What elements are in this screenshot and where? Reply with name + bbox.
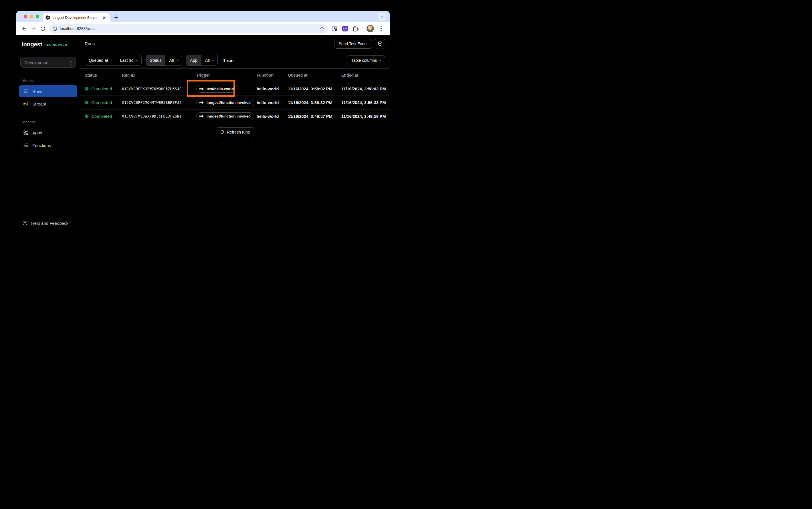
logo-row: inngest DEV SERVER bbox=[16, 41, 80, 48]
column-header-run-id: Run ID bbox=[117, 73, 192, 77]
tab-close-icon[interactable] bbox=[102, 15, 107, 20]
trigger-badge[interactable]: inngest/function.invoked bbox=[196, 99, 254, 106]
status-dot-completed bbox=[85, 114, 89, 118]
function-name[interactable]: hello-world bbox=[252, 114, 283, 119]
refresh-area: Refresh runs bbox=[80, 123, 390, 137]
address-bar[interactable]: localhost:8288/runs bbox=[49, 24, 328, 33]
select-chevrons-icon bbox=[70, 61, 72, 64]
extensions-puzzle-icon[interactable] bbox=[352, 26, 359, 32]
browser-tab[interactable]: Inngest Development Server bbox=[43, 13, 109, 22]
column-header-function: Function bbox=[252, 73, 283, 77]
event-icon bbox=[199, 87, 204, 91]
time-filter-group: Queued at Last 3d bbox=[85, 55, 142, 66]
chevron-down-icon bbox=[381, 14, 383, 18]
reload-button[interactable] bbox=[38, 24, 47, 33]
help-icon bbox=[22, 220, 28, 226]
back-arrow-icon bbox=[22, 26, 27, 31]
sidebar-item-stream[interactable]: Stream bbox=[19, 98, 77, 110]
settings-button[interactable] bbox=[375, 39, 385, 49]
run-id[interactable]: 01JCVC6PF2MQNMTWE95BBRZPJ2 bbox=[117, 100, 192, 105]
runs-page: Runs Send Test Event Queued at bbox=[80, 35, 390, 233]
inngest-favicon-icon bbox=[45, 15, 50, 20]
table-columns-button[interactable]: Table columns bbox=[347, 56, 385, 65]
gear-icon bbox=[378, 41, 383, 46]
close-window-button[interactable] bbox=[24, 14, 27, 18]
help-and-feedback[interactable]: Help and Feedback bbox=[16, 214, 80, 233]
function-name[interactable]: hello-world bbox=[252, 87, 283, 91]
trigger-name: inngest/function.invoked bbox=[206, 114, 251, 118]
purple-extension-icon[interactable] bbox=[342, 25, 349, 32]
column-header-status: Status bbox=[80, 73, 117, 77]
inngest-app: inngest DEV SERVER Development Monitor R… bbox=[16, 35, 390, 233]
back-button[interactable] bbox=[20, 24, 29, 33]
status-text: Completed bbox=[91, 114, 112, 119]
maximize-window-button[interactable] bbox=[36, 14, 39, 18]
refresh-runs-label: Refresh runs bbox=[227, 130, 250, 134]
nav-section-manage: Manage bbox=[16, 118, 80, 126]
sidebar-item-functions[interactable]: Functions bbox=[19, 139, 77, 151]
window-controls bbox=[24, 14, 39, 18]
stream-icon bbox=[23, 101, 29, 107]
queued-at-time: 11/16/2024, 3:58:02 PM bbox=[283, 87, 337, 91]
browser-menu-button[interactable] bbox=[378, 25, 385, 32]
site-info-icon[interactable] bbox=[52, 26, 57, 31]
trigger-badge[interactable]: inngest/function.invoked bbox=[196, 112, 254, 120]
time-field-filter[interactable]: Queued at bbox=[85, 55, 116, 66]
sidebar-item-apps[interactable]: Apps bbox=[19, 127, 77, 139]
new-tab-button[interactable] bbox=[112, 14, 120, 21]
reload-icon bbox=[40, 26, 45, 31]
password-manager-extension-icon[interactable] bbox=[331, 25, 338, 32]
chevron-down-icon bbox=[176, 59, 178, 61]
run-id[interactable]: 01JCVBTMV3WXY9D3CFDEJFZSB1 bbox=[117, 114, 192, 118]
time-range-filter[interactable]: Last 3d bbox=[116, 55, 141, 66]
ended-at-time: 11/16/2024, 3:58:03 PM bbox=[337, 87, 390, 91]
browser-window: Inngest Development Server localhost:828… bbox=[16, 11, 390, 233]
sidebar-item-runs[interactable]: Runs bbox=[19, 85, 77, 97]
url-text[interactable]: localhost:8288/runs bbox=[60, 26, 317, 31]
sidebar: inngest DEV SERVER Development Monitor R… bbox=[16, 35, 80, 233]
functions-icon bbox=[23, 142, 29, 148]
browser-tab-strip: Inngest Development Server bbox=[16, 11, 390, 22]
bookmark-star-icon[interactable] bbox=[319, 26, 325, 31]
environment-select[interactable]: Development bbox=[20, 57, 76, 68]
forward-button[interactable] bbox=[29, 24, 38, 33]
send-test-event-button[interactable]: Send Test Event bbox=[334, 39, 372, 48]
trigger-name: inngest/function.invoked bbox=[206, 100, 251, 105]
table-row[interactable]: Completed 01JCVC9EFKJ2W70WQHC6ZH6SJC tes… bbox=[80, 82, 390, 96]
status-text: Completed bbox=[91, 100, 112, 105]
refresh-runs-button[interactable]: Refresh runs bbox=[216, 127, 254, 137]
function-name[interactable]: hello-world bbox=[252, 100, 283, 105]
environment-value: Development bbox=[24, 60, 50, 65]
table-row[interactable]: Completed 01JCVC6PF2MQNMTWE95BBRZPJ2 inn… bbox=[80, 96, 390, 109]
trigger-name: test/hello.world bbox=[206, 87, 234, 91]
sidebar-item-label: Functions bbox=[32, 143, 51, 148]
status-dot-completed bbox=[85, 87, 89, 91]
chevron-down-icon bbox=[110, 59, 113, 61]
forward-arrow-icon bbox=[31, 26, 36, 31]
table-columns-label: Table columns bbox=[351, 58, 377, 63]
column-header-trigger: Trigger bbox=[192, 73, 252, 77]
refresh-icon bbox=[220, 130, 225, 134]
status-filter-value[interactable]: All bbox=[165, 55, 182, 66]
page-header: Runs Send Test Event bbox=[80, 35, 390, 52]
time-field-label: Queued at bbox=[89, 58, 108, 63]
app-filter-group: App All bbox=[186, 55, 218, 66]
trigger-badge[interactable]: test/hello.world bbox=[196, 85, 237, 93]
profile-avatar[interactable] bbox=[366, 25, 374, 32]
apps-icon bbox=[23, 130, 29, 136]
toolbar-separator bbox=[362, 26, 363, 31]
extension-area bbox=[331, 25, 385, 32]
run-id[interactable]: 01JCVC9EFKJ2W70WQHC6ZH6SJC bbox=[117, 87, 192, 91]
ended-at-time: 11/16/2024, 3:49:58 PM bbox=[337, 114, 390, 119]
help-label: Help and Feedback bbox=[31, 221, 68, 226]
sidebar-item-label: Apps bbox=[32, 130, 42, 135]
app-filter-label: App bbox=[186, 55, 201, 66]
sidebar-nav: Monitor Runs Stream Manage bbox=[16, 76, 80, 152]
sidebar-item-label: Stream bbox=[32, 102, 46, 106]
table-row[interactable]: Completed 01JCVBTMV3WXY9D3CFDEJFZSB1 inn… bbox=[80, 109, 390, 123]
minimize-window-button[interactable] bbox=[30, 14, 33, 18]
runs-icon bbox=[23, 88, 29, 94]
app-filter-value[interactable]: All bbox=[201, 55, 218, 66]
tab-search-button[interactable] bbox=[378, 12, 386, 21]
run-count: 1 run bbox=[223, 58, 233, 63]
